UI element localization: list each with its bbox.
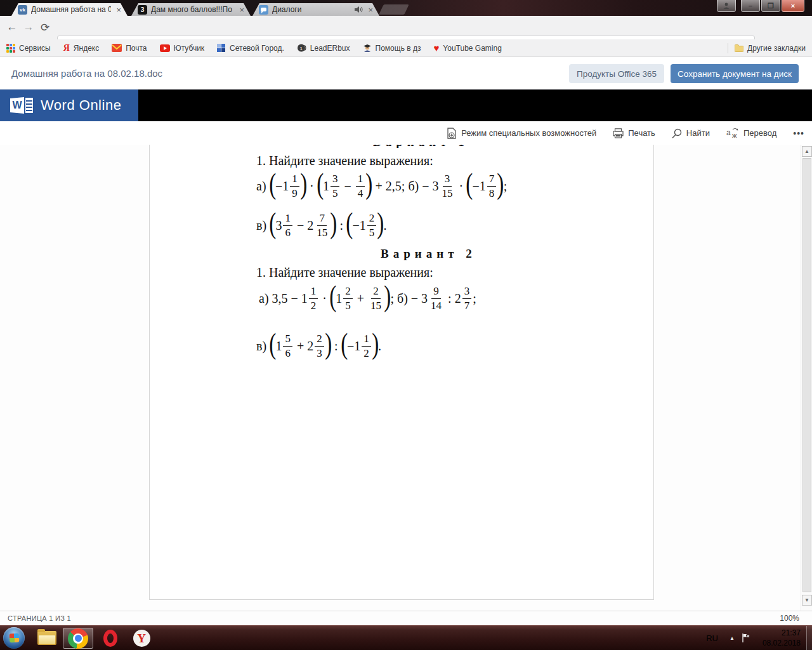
tab-audio-icon[interactable] xyxy=(355,6,363,13)
profile-icon[interactable] xyxy=(717,0,736,12)
formula-v2a: а) 3,5 − 112 · (125 + 215); б) − 3914 : … xyxy=(259,279,476,317)
back-icon[interactable]: ← xyxy=(4,19,20,36)
vk-dialogs-favicon-icon xyxy=(259,5,268,15)
blue-squares-icon xyxy=(217,44,226,53)
restore-button[interactable]: ❐ xyxy=(761,0,780,12)
formula-v1a: а) (−119) · (135 − 14) + 2,5; б) − 3315 … xyxy=(256,168,507,204)
desktop-screen: vk Домашняя работа на 08 × 3 Дам много б… xyxy=(0,0,812,650)
bookmark-yandex[interactable]: Я Яндекс xyxy=(63,43,99,53)
taskbar-clock[interactable]: 21:37 08.02.2018 xyxy=(763,628,801,648)
bookmark-label: Ютубчик xyxy=(174,44,205,53)
bookmark-leaderbux[interactable]: 1 LeadERbux xyxy=(297,43,350,53)
task1-text: 1. Найдите значение выражения: xyxy=(256,154,433,168)
scroll-down-icon[interactable]: ▼ xyxy=(802,595,812,606)
zoom-level-label[interactable]: 100% xyxy=(780,614,799,623)
opera-icon xyxy=(103,630,117,647)
youtube-play-icon xyxy=(160,44,170,52)
red-heart-icon: ♥ xyxy=(433,43,439,53)
other-bookmarks-label: Другие закладки xyxy=(747,44,806,53)
search-icon xyxy=(672,128,682,138)
bookmark-label: Сетевой Город. xyxy=(230,44,284,53)
bookmark-services[interactable]: Сервисы xyxy=(6,44,51,53)
graduate-avatar-icon xyxy=(363,43,372,53)
mail-envelope-icon xyxy=(112,44,122,52)
bookmark-mail[interactable]: Почта xyxy=(112,44,147,53)
clock-time: 21:37 xyxy=(763,628,801,638)
translate-label: Перевод xyxy=(743,128,776,138)
tab-dialogs[interactable]: Диалоги × xyxy=(252,3,379,16)
tray-expand-icon[interactable]: ▲ xyxy=(730,635,735,641)
word-toolbar: Режим специальных возможностей Печать На… xyxy=(0,121,812,145)
translate-button[interactable]: а ж Перевод xyxy=(726,128,776,138)
forward-icon[interactable]: → xyxy=(20,19,37,36)
window-titlebar: vk Домашняя работа на 08 × 3 Дам много б… xyxy=(0,0,812,16)
save-to-disk-button[interactable]: Сохранить документ на диск xyxy=(671,64,799,83)
file-explorer-button[interactable] xyxy=(36,628,58,649)
svg-text:а: а xyxy=(726,128,731,137)
close-button[interactable]: × xyxy=(782,0,804,12)
tab-close-icon[interactable]: × xyxy=(115,6,122,14)
show-desktop-button[interactable] xyxy=(806,626,812,650)
find-label: Найти xyxy=(686,128,710,138)
apps-grid-icon xyxy=(6,44,15,53)
chrome-icon xyxy=(68,628,88,649)
windows-taskbar: Y RU ▲ 21:37 08.02.2018 xyxy=(0,625,812,650)
task2-text: 1. Найдите значение выражения: xyxy=(256,265,433,280)
explorer-folder-icon xyxy=(37,631,56,646)
bookmark-label: Почта xyxy=(126,44,147,53)
bookmark-homework-help[interactable]: Помощь в дз xyxy=(363,43,421,53)
office-products-button[interactable]: Продукты Office 365 xyxy=(569,64,664,83)
coin-circle-icon: 1 xyxy=(297,43,306,53)
variant2-heading: Вариант 2 xyxy=(381,247,476,261)
new-tab-button[interactable] xyxy=(379,4,409,15)
bookmark-netcity[interactable]: Сетевой Город. xyxy=(217,44,284,53)
accessibility-label: Режим специальных возможностей xyxy=(461,128,596,138)
accessibility-doc-icon xyxy=(447,128,457,139)
bookmark-label: Сервисы xyxy=(19,44,51,53)
scrollbar-thumb[interactable] xyxy=(802,158,811,592)
language-indicator[interactable]: RU xyxy=(706,633,718,643)
browser-toolbar: ← → ⟳ Защищено | https://vk.com/doc19611… xyxy=(0,16,812,39)
formula-v2v: в) (156 + 223) : (−112). xyxy=(256,326,381,366)
divider xyxy=(728,43,728,53)
formula-v1v: в) (316 − 2715) : (−125). xyxy=(256,207,387,244)
tab-title: Диалоги xyxy=(272,5,351,14)
tab-close-icon[interactable]: × xyxy=(367,6,374,14)
tab-close-icon[interactable]: × xyxy=(238,6,246,14)
print-label: Печать xyxy=(628,128,655,138)
folder-icon xyxy=(735,44,743,52)
bookmarks-bar: Сервисы Я Яндекс Почта Ютубчик Сет xyxy=(0,39,812,57)
tab-title: Домашняя работа на 08 xyxy=(31,5,111,14)
accessibility-mode-button[interactable]: Режим специальных возможностей xyxy=(447,128,596,139)
scroll-up-icon[interactable]: ▲ xyxy=(802,146,812,157)
yandex-ya-icon: Я xyxy=(63,43,70,53)
more-options-icon[interactable]: ••• xyxy=(793,128,804,138)
opera-taskbar-button[interactable] xyxy=(100,628,121,649)
bookmark-label: Яндекс xyxy=(74,44,99,53)
windows-logo-icon xyxy=(9,633,19,642)
yandex-browser-icon: Y xyxy=(133,630,150,647)
tab-znanija[interactable]: 3 Дам много баллов!!!По × xyxy=(131,3,251,16)
vertical-scrollbar[interactable]: ▲ ▼ xyxy=(801,145,812,611)
other-bookmarks-button[interactable]: Другие закладки xyxy=(735,44,806,53)
tab-vk-document[interactable]: vk Домашняя работа на 08 × xyxy=(11,3,128,16)
reload-icon[interactable]: ⟳ xyxy=(37,19,53,36)
find-button[interactable]: Найти xyxy=(672,128,710,138)
start-button[interactable] xyxy=(3,627,25,649)
svg-text:ж: ж xyxy=(732,131,737,138)
printer-icon xyxy=(613,128,624,138)
bookmark-youtube-gaming[interactable]: ♥ YouTube Gaming xyxy=(433,43,501,53)
print-button[interactable]: Печать xyxy=(613,128,655,138)
yandex-taskbar-button[interactable]: Y xyxy=(131,628,152,649)
bookmark-label: LeadERbux xyxy=(310,44,350,53)
minimize-button[interactable]: – xyxy=(741,0,760,12)
document-viewport[interactable]: Вариант 1 1. Найдите значение выражения:… xyxy=(0,145,801,611)
bookmark-youtube[interactable]: Ютубчик xyxy=(160,44,205,53)
window-controls: – ❐ × xyxy=(717,0,804,12)
word-online-label: Word Online xyxy=(41,97,121,114)
document-page: Вариант 1 1. Найдите значение выражения:… xyxy=(149,145,654,600)
tab-title: Дам много баллов!!!По xyxy=(151,5,234,14)
action-center-flag-icon[interactable] xyxy=(741,633,751,646)
chrome-taskbar-button[interactable] xyxy=(63,628,93,649)
page-count-label: СТРАНИЦА 1 ИЗ 1 xyxy=(8,614,71,622)
